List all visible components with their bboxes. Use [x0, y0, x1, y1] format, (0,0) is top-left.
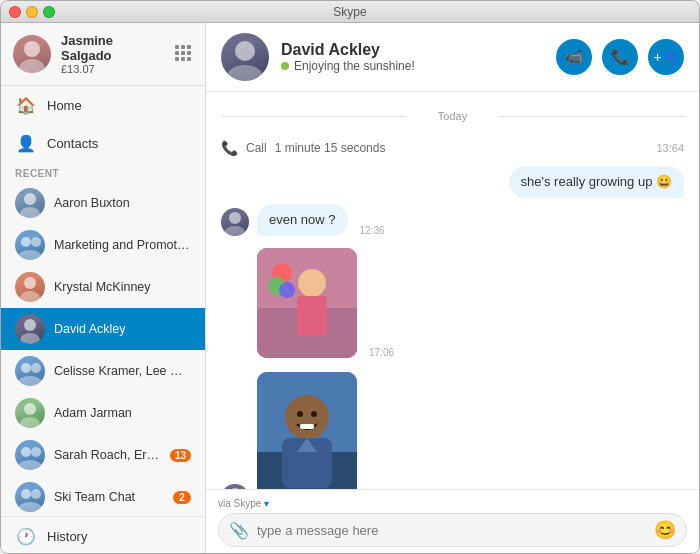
history-label: History — [47, 529, 87, 544]
contacts-label: Contacts — [47, 136, 98, 151]
message-bubble: she's really growing up 😀 — [509, 166, 684, 198]
profile-credit: £13.07 — [61, 63, 165, 75]
svg-point-14 — [24, 403, 36, 415]
voice-call-button[interactable]: 📞 — [602, 39, 638, 75]
video-icon: 📹 — [565, 48, 584, 66]
message-text: even now ? — [269, 212, 336, 227]
message-time: 12:36 — [360, 225, 385, 236]
call-icon: 📞 — [221, 140, 238, 156]
list-item[interactable]: Ski Team Chat 2 — [1, 476, 205, 512]
photo-time: 17:06 — [369, 347, 394, 358]
svg-point-15 — [20, 417, 40, 428]
avatar — [13, 35, 51, 73]
history-icon: 🕐 — [15, 525, 37, 547]
svg-point-6 — [18, 250, 42, 260]
svg-point-8 — [20, 291, 40, 302]
add-person-icon: +👤 — [653, 49, 678, 65]
contact-name: David Ackley — [54, 322, 191, 336]
svg-point-30 — [235, 41, 255, 61]
list-item[interactable]: Krystal McKinney — [1, 266, 205, 308]
phone-icon: 📞 — [611, 48, 630, 66]
message-row: even now ? 12:36 — [221, 204, 684, 236]
svg-point-16 — [21, 447, 31, 457]
profile-info: Jasmine Salgado £13.07 — [61, 33, 165, 75]
app-title: Skype — [333, 5, 366, 19]
message-input-area: via Skype ▾ 📎 😊 — [206, 489, 699, 554]
contact-name: Marketing and Promotion — [54, 238, 191, 252]
list-item[interactable]: Adam Jarman — [1, 392, 205, 434]
apps-icon[interactable] — [175, 45, 193, 63]
svg-point-2 — [24, 193, 36, 205]
close-button[interactable] — [9, 6, 21, 18]
list-item[interactable]: Celisse Kramer, Lee Murphy, MJ... — [1, 350, 205, 392]
sidebar-item-history[interactable]: 🕐 History — [1, 516, 205, 554]
svg-point-18 — [18, 460, 42, 470]
svg-rect-49 — [300, 424, 314, 429]
avatar — [15, 398, 45, 428]
photo-row: 17:06 — [257, 248, 684, 358]
message-input[interactable] — [257, 523, 646, 538]
chat-area: David Ackley Enjoying the sunshine! 📹 📞 … — [206, 23, 699, 554]
call-record: 📞 Call 1 minute 15 seconds 13:64 — [221, 136, 684, 160]
chat-actions: 📹 📞 +👤 — [556, 39, 684, 75]
photo-message-2 — [257, 372, 357, 489]
sidebar-item-home[interactable]: 🏠 Home — [1, 86, 205, 124]
contact-name: Celisse Kramer, Lee Murphy, MJ... — [54, 364, 191, 378]
list-item[interactable]: Aaron Buxton — [1, 182, 205, 224]
chat-contact-status: Enjoying the sunshine! — [281, 59, 544, 73]
list-item[interactable]: David Ackley — [1, 308, 205, 350]
call-label: Call — [246, 141, 267, 155]
call-time: 13:64 — [656, 142, 684, 154]
minimize-button[interactable] — [26, 6, 38, 18]
attach-icon[interactable]: 📎 — [229, 521, 249, 540]
contact-name: Ski Team Chat — [54, 490, 164, 504]
contact-name: Adam Jarman — [54, 406, 191, 420]
message-row: she's really growing up 😀 — [221, 166, 684, 198]
nav-items: 🏠 Home 👤 Contacts — [1, 86, 205, 162]
avatar — [15, 272, 45, 302]
list-item[interactable]: Marketing and Promotion — [1, 224, 205, 266]
contacts-icon: 👤 — [15, 132, 37, 154]
maximize-button[interactable] — [43, 6, 55, 18]
svg-point-17 — [31, 447, 41, 457]
window-controls — [9, 6, 55, 18]
svg-point-3 — [20, 207, 40, 218]
avatar — [15, 482, 45, 512]
svg-point-1 — [19, 59, 45, 73]
recent-section-label: RECENT — [1, 162, 205, 182]
svg-point-19 — [21, 489, 31, 499]
chat-contact-avatar — [221, 33, 269, 81]
unread-badge: 13 — [170, 449, 191, 462]
profile-area: Jasmine Salgado £13.07 — [1, 23, 205, 86]
unread-badge: 2 — [173, 491, 191, 504]
svg-point-46 — [285, 395, 329, 439]
avatar — [15, 188, 45, 218]
contact-name: Sarah Roach, Eric Ishida — [54, 448, 161, 462]
call-duration: 1 minute 15 seconds — [275, 141, 386, 155]
via-text: via Skype — [218, 498, 261, 509]
sidebar-item-contacts[interactable]: 👤 Contacts — [1, 124, 205, 162]
emoji-picker-icon[interactable]: 😊 — [654, 519, 676, 541]
svg-point-33 — [224, 226, 246, 236]
app-container: Jasmine Salgado £13.07 🏠 Home 👤 Contacts… — [1, 23, 699, 554]
add-participant-button[interactable]: +👤 — [648, 39, 684, 75]
chat-contact-name: David Ackley — [281, 41, 544, 59]
chat-contact-info: David Ackley Enjoying the sunshine! — [281, 41, 544, 73]
svg-point-0 — [24, 41, 40, 57]
online-status-dot — [281, 62, 289, 70]
svg-point-12 — [31, 363, 41, 373]
svg-point-4 — [21, 237, 31, 247]
avatar — [221, 208, 249, 236]
svg-point-13 — [18, 376, 42, 386]
svg-point-32 — [229, 212, 241, 224]
message-bubble: even now ? — [257, 204, 348, 236]
list-item[interactable]: Sarah Roach, Eric Ishida 13 — [1, 434, 205, 476]
video-call-button[interactable]: 📹 — [556, 39, 592, 75]
home-label: Home — [47, 98, 82, 113]
via-label: via Skype ▾ — [218, 498, 687, 509]
svg-point-31 — [227, 65, 263, 81]
profile-name: Jasmine Salgado — [61, 33, 165, 63]
svg-point-10 — [20, 333, 40, 344]
messages-container: Today 📞 Call 1 minute 15 seconds 13:64 s… — [206, 92, 699, 489]
input-row: 📎 😊 — [218, 513, 687, 547]
